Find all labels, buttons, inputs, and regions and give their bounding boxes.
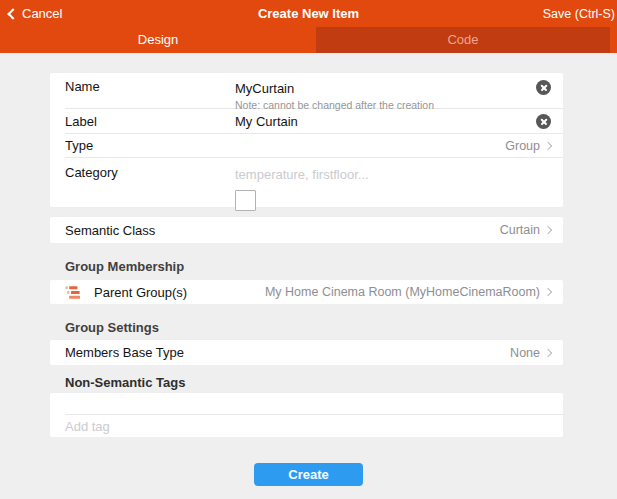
item-details-card: Name Note: cannot be changed after the c… bbox=[50, 73, 563, 207]
label-label: Label bbox=[65, 114, 235, 129]
type-row[interactable]: Type Group bbox=[50, 134, 563, 157]
name-input[interactable] bbox=[235, 81, 528, 96]
chevron-right-icon bbox=[544, 348, 552, 356]
type-label: Type bbox=[65, 138, 235, 153]
parent-groups-value-wrap: My Home Cinema Room (MyHomeCinemaRoom) bbox=[265, 285, 551, 299]
tabbar: Design Code bbox=[0, 27, 617, 53]
chevron-right-icon bbox=[544, 141, 552, 149]
label-input-wrap bbox=[235, 112, 528, 130]
create-button[interactable]: Create bbox=[254, 463, 363, 486]
clear-name-icon[interactable] bbox=[536, 80, 551, 95]
clear-label-icon[interactable] bbox=[536, 114, 551, 129]
tags-card bbox=[50, 393, 563, 437]
category-input-wrap bbox=[235, 165, 551, 211]
members-base-type-value: None bbox=[510, 346, 540, 360]
parent-groups-row[interactable]: Parent Group(s) My Home Cinema Room (MyH… bbox=[50, 280, 563, 304]
category-label: Category bbox=[65, 165, 235, 180]
semantic-class-row[interactable]: Semantic Class Curtain bbox=[50, 217, 563, 243]
name-note: Note: cannot be changed after the creati… bbox=[235, 99, 528, 111]
members-base-type-card: Members Base Type None bbox=[50, 340, 563, 365]
tabbar-spacer bbox=[610, 27, 617, 53]
parent-groups-card: Parent Group(s) My Home Cinema Room (MyH… bbox=[50, 280, 563, 304]
name-row: Name Note: cannot be changed after the c… bbox=[50, 73, 563, 108]
semantic-class-value-wrap: Curtain bbox=[500, 223, 551, 237]
group-membership-heading: Group Membership bbox=[65, 259, 617, 274]
group-settings-heading: Group Settings bbox=[65, 320, 617, 335]
add-tag-row bbox=[50, 415, 563, 437]
tags-empty-row bbox=[50, 393, 563, 414]
page-title: Create New Item bbox=[0, 6, 617, 21]
members-base-type-value-wrap: None bbox=[510, 346, 551, 360]
tab-design[interactable]: Design bbox=[0, 27, 316, 53]
members-base-type-row[interactable]: Members Base Type None bbox=[50, 340, 563, 365]
name-input-wrap: Note: cannot be changed after the creati… bbox=[235, 79, 528, 111]
group-list-icon bbox=[65, 286, 81, 299]
cancel-label: Cancel bbox=[22, 6, 62, 21]
cancel-button[interactable]: Cancel bbox=[0, 6, 62, 21]
category-icon-preview-box bbox=[235, 190, 256, 211]
semantic-class-label: Semantic Class bbox=[65, 223, 155, 238]
category-row: Category bbox=[50, 158, 563, 207]
type-value-wrap: Group bbox=[505, 139, 551, 153]
save-button[interactable]: Save (Ctrl-S) bbox=[543, 7, 617, 21]
parent-groups-label: Parent Group(s) bbox=[94, 285, 187, 300]
semantic-class-card: Semantic Class Curtain bbox=[50, 217, 563, 243]
category-input[interactable] bbox=[235, 167, 551, 182]
label-row: Label bbox=[50, 109, 563, 133]
chevron-right-icon bbox=[544, 288, 552, 296]
type-value: Group bbox=[505, 139, 540, 153]
members-base-type-label: Members Base Type bbox=[65, 345, 184, 360]
label-input[interactable] bbox=[235, 114, 528, 129]
navbar: Cancel Create New Item Save (Ctrl-S) bbox=[0, 0, 617, 27]
chevron-right-icon bbox=[544, 226, 552, 234]
back-chevron-icon bbox=[7, 8, 18, 19]
name-label: Name bbox=[65, 79, 235, 94]
create-new-item-screen: Cancel Create New Item Save (Ctrl-S) Des… bbox=[0, 0, 617, 499]
tab-code[interactable]: Code bbox=[316, 27, 610, 53]
semantic-class-value: Curtain bbox=[500, 223, 540, 237]
page-content: Name Note: cannot be changed after the c… bbox=[0, 53, 617, 499]
non-semantic-tags-heading: Non-Semantic Tags bbox=[65, 375, 617, 390]
add-tag-input[interactable] bbox=[65, 419, 551, 434]
parent-groups-value: My Home Cinema Room (MyHomeCinemaRoom) bbox=[265, 285, 540, 299]
